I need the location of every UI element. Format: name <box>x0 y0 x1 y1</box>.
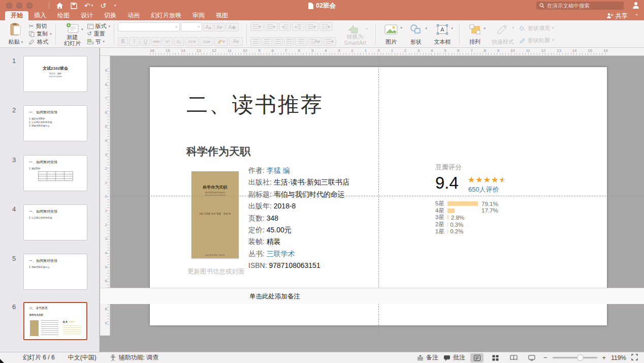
tab-view[interactable]: 视图 <box>210 11 234 20</box>
thumbnail-slide-4[interactable]: 4 一、如何面对疫情 2. 认识我们身处的疫情 <box>0 204 100 240</box>
share-button[interactable]: 共享 <box>606 12 628 20</box>
thumbnail-slide-2[interactable]: 2 一、如何面对疫情 1. 做好自我防护 2. 认识我们身处的疫情 3. 我能为… <box>0 105 100 141</box>
account-icon[interactable] <box>632 1 640 11</box>
tab-slideshow[interactable]: 幻灯片放映 <box>145 11 187 20</box>
book-title[interactable]: 科学作为天职 <box>186 144 250 159</box>
font-name-combo[interactable]: ▾ <box>118 22 180 32</box>
slideshow-view-button[interactable] <box>525 353 538 362</box>
thumb-title: 一、如何面对疫情 <box>29 209 87 214</box>
tab-animations[interactable]: 动画 <box>122 11 145 20</box>
layout-button[interactable]: 版式 ▾ <box>87 22 111 30</box>
paste-button[interactable]: 粘贴▾ <box>4 22 27 46</box>
section-button[interactable]: 节 ▾ <box>87 38 111 46</box>
numbering-button[interactable]: ▾ <box>265 22 278 31</box>
smartart-icon <box>347 23 363 34</box>
italic-button[interactable]: I <box>129 37 139 46</box>
quick-styles-button[interactable]: ▾ 快速样式 <box>488 22 518 46</box>
zoom-level[interactable]: 119% <box>611 354 626 361</box>
reading-view-button[interactable] <box>507 353 520 362</box>
decrease-font-button[interactable]: A▾ <box>214 23 224 32</box>
thumbnail-slide-5[interactable]: 5 一、如何面对疫情 3. 我能为防疫做什么 <box>0 254 100 290</box>
notes-placeholder[interactable]: 单击此处添加备注 <box>249 292 300 301</box>
tab-insert[interactable]: 插入 <box>28 11 52 20</box>
shape-outline-button[interactable]: 形状轮廓 ▾ <box>519 36 554 44</box>
format-painter-button[interactable]: 格式 <box>29 38 52 46</box>
layout-label: 版式 <box>95 22 107 30</box>
new-slide-button[interactable]: ▾ 新建幻灯片 <box>59 22 86 46</box>
arrange-button[interactable]: ▾ 排列 <box>463 22 487 46</box>
tab-draw[interactable]: 绘图 <box>52 11 75 20</box>
picture-button[interactable]: ▾ 图片 <box>379 22 403 46</box>
align-center-button[interactable] <box>262 37 272 46</box>
slide-sorter-view-button[interactable] <box>489 353 502 362</box>
thumbnail-slide-6-selected[interactable]: 6 二、读书推荐 科学作为天职 9.4 ★★★ <box>0 302 100 340</box>
strikethrough-button[interactable]: abc <box>151 37 162 46</box>
shape-fill-button[interactable]: 形状填充 ▾ <box>519 24 554 32</box>
justify-button[interactable] <box>284 37 294 46</box>
font-size-combo[interactable]: ▾ <box>181 22 202 32</box>
shapes-button[interactable]: ▾ 形状 <box>404 22 428 46</box>
copy-button[interactable]: 复制 ▾ <box>29 30 52 38</box>
slide-number: 3 <box>12 156 16 164</box>
align-left-button[interactable] <box>250 37 261 46</box>
zoom-out-button[interactable]: − <box>543 354 548 361</box>
zoom-slider-knob[interactable] <box>577 354 584 361</box>
fit-to-window-button[interactable] <box>631 354 638 362</box>
tab-home[interactable]: 开始 <box>5 11 28 20</box>
notes-toggle[interactable]: 备注 <box>417 353 438 362</box>
douban-rating-block[interactable]: 豆瓣评分 9.4 ★★★★★ ★★★★★ 650人评价 5星79.1% 4星17… <box>435 163 603 172</box>
reset-button[interactable]: ↺ 重置 <box>87 30 111 38</box>
language-indicator[interactable]: 中文(中国) <box>68 353 96 362</box>
ruler-number: 0 <box>378 48 380 53</box>
increase-font-button[interactable]: A▴ <box>203 23 213 32</box>
comments-toggle[interactable]: 批注 <box>443 353 465 362</box>
new-slide-label: 新建 <box>67 34 78 40</box>
bullets-button[interactable]: ▾ <box>250 22 264 31</box>
increase-indent-button[interactable]: ▸ <box>292 22 304 31</box>
zoom-slider[interactable] <box>553 357 597 358</box>
zoom-in-button[interactable]: + <box>602 354 606 361</box>
tab-design[interactable]: 设计 <box>75 11 99 20</box>
rating-bar-row: 4星17.7% <box>435 207 498 215</box>
notes-pane[interactable]: 单击此处添加备注 <box>100 288 644 304</box>
convert-smartart-button[interactable]: ▾ 转换为SmartArt <box>338 22 372 46</box>
book-info-list[interactable]: 作者: 李猛 编 出版社: 生活·读书·新知三联书店 副标题: 韦伯与我们时代的… <box>248 165 349 272</box>
search-box[interactable] <box>536 2 624 10</box>
character-spacing-button[interactable]: AV▾ <box>185 37 199 46</box>
accessibility-status[interactable]: 辅助功能: 调查 <box>110 353 159 362</box>
ruler-number: 3 <box>417 48 420 53</box>
quick-styles-icon <box>496 24 509 35</box>
text-direction-button[interactable]: A▾ <box>308 37 322 46</box>
textbox-button[interactable]: A ▾ 文本框 <box>429 22 456 46</box>
clear-formatting-button[interactable]: A◆ <box>226 23 239 32</box>
bold-button[interactable]: B <box>118 37 128 46</box>
collapse-ribbon-icon[interactable]: ⌃ <box>635 13 639 19</box>
line-spacing-button[interactable]: ▾ <box>305 22 318 31</box>
horizontal-guide[interactable] <box>110 196 644 196</box>
columns-button[interactable]: ▾ <box>319 22 333 31</box>
thumb-bullets: 3. 我能为防疫做什么 <box>29 265 87 269</box>
underline-button[interactable]: U <box>140 37 150 46</box>
tab-review[interactable]: 审阅 <box>187 11 210 20</box>
info-row: 定价: 45.00元 <box>248 224 349 236</box>
superscript-button[interactable]: X² <box>163 37 173 46</box>
decrease-indent-button[interactable]: ◂ <box>279 22 291 31</box>
thumbnail-slide-3[interactable]: 3 一、如何面对疫情 1. 做好防护 <box>0 155 100 191</box>
text-highlight-button[interactable]: ▾ <box>214 37 228 46</box>
tab-transitions[interactable]: 切换 <box>99 11 122 20</box>
align-right-button[interactable] <box>273 37 283 46</box>
cut-button[interactable]: ✂ 剪切 <box>29 22 52 30</box>
distribute-button[interactable] <box>295 37 307 46</box>
clipboard-icon <box>10 23 22 36</box>
thumbnail-slide-1[interactable]: 1 文试2102班会 班主任：杨帆2021年1月6日 <box>0 56 100 92</box>
align-text-button[interactable]: ▾ <box>323 37 336 46</box>
slide-title[interactable]: 二、读书推荐 <box>186 90 324 119</box>
chevron-down-icon: ▾ <box>81 27 83 32</box>
accessibility-label: 辅助功能: 调查 <box>119 353 159 362</box>
book-cover[interactable]: 科学作为天职 韦伯与我们时代的命运 Wissenschaft als Beruf… <box>191 171 239 258</box>
change-case-button[interactable]: Aa▾ <box>200 37 213 46</box>
search-input[interactable] <box>547 3 621 9</box>
subscript-button[interactable]: X₂ <box>174 37 184 46</box>
normal-view-button[interactable] <box>470 353 484 362</box>
font-color-button[interactable]: A▾ <box>229 37 243 46</box>
